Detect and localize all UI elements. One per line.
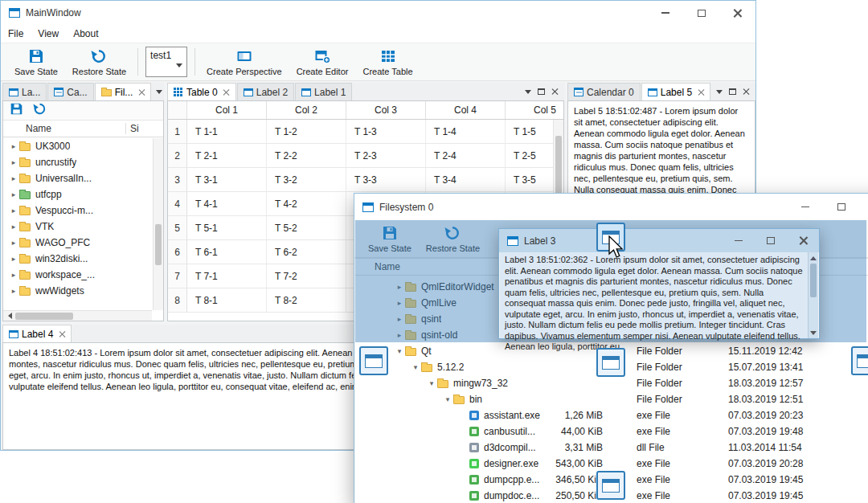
tree-item[interactable]: utfcpp [3,186,152,202]
table-cell[interactable]: T 3-1 [187,168,267,191]
tree-item[interactable]: UniversalIn... [3,170,152,186]
tree-item[interactable]: WAGO_PFC [3,235,152,251]
column-header[interactable]: Col 3 [346,101,426,119]
table-cell[interactable]: T 8-2 [267,288,346,312]
close-dock-button[interactable] [739,83,753,100]
table-cell[interactable]: T 3-3 [346,168,426,191]
expander-icon[interactable] [410,360,421,374]
tabs-menu-button[interactable] [152,83,166,100]
maximize-button[interactable] [755,229,787,252]
minimize-button[interactable] [723,229,755,252]
expander-icon[interactable] [8,203,19,218]
table-cell[interactable]: T 1-3 [346,120,426,143]
tab-la[interactable]: La... [2,83,47,100]
minimize-button[interactable] [647,1,683,25]
fs-row[interactable]: assistant.exe1,26 MiBexe File07.03.2019 … [355,407,868,423]
fs-row[interactable]: binFile Folder18.03.2019 12:51 [355,391,868,407]
float-dock-button[interactable] [726,83,739,100]
expander-icon[interactable] [8,155,19,170]
table-cell[interactable]: T 1-1 [187,120,267,143]
tree-item[interactable]: Vespucci-m... [3,202,152,219]
vertical-scrollbar[interactable] [808,252,818,338]
minimize-button[interactable] [787,194,823,220]
fs-row[interactable]: d3dcompil...3,31 MiBdll File11.03.2014 1… [355,440,868,456]
table-cell[interactable]: T 2-2 [267,144,346,167]
menu-about[interactable]: About [66,25,105,43]
fs-row[interactable]: designer.exe543,00 KiBexe File07.03.2019… [355,456,868,472]
table-cell[interactable]: T 4-1 [187,192,267,215]
table-cell[interactable]: T 2-3 [346,144,426,167]
table-cell[interactable]: T 3-4 [426,168,506,191]
close-dock-button[interactable] [548,83,562,100]
row-number[interactable]: 6 [168,240,187,264]
expander-icon[interactable] [8,268,19,282]
tabs-menu-button[interactable] [712,83,726,100]
column-header[interactable]: Col 1 [187,101,267,119]
save-state-button[interactable]: Save State [7,47,65,78]
save-state-icon-button[interactable] [10,102,23,119]
tree-item[interactable]: wwWidgets [3,283,152,299]
tab-calendar-0[interactable]: Calendar 0 [567,83,641,100]
scrollbar-thumb[interactable] [15,313,73,320]
tab-close-icon[interactable] [138,89,145,96]
scroll-left-icon[interactable] [5,313,12,319]
maximize-button[interactable] [823,194,859,220]
scroll-up-button[interactable] [809,252,818,263]
tab-label-2[interactable]: Label 2 [237,83,294,100]
size-column-header[interactable]: Si [125,123,163,134]
vertical-scrollbar[interactable] [153,138,163,310]
tree-item[interactable]: UK3000 [3,138,152,154]
expander-icon[interactable] [8,187,19,202]
drop-indicator-bottom[interactable] [596,471,625,500]
scrollbar-thumb[interactable] [155,224,162,265]
table-cell[interactable]: T 5-2 [267,216,346,239]
table-cell[interactable]: T 1-4 [426,120,506,143]
tab-close-icon[interactable] [59,331,65,337]
tab-label-1[interactable]: Label 1 [295,83,352,100]
tree-item[interactable]: win32diski... [3,251,152,267]
tab-ca[interactable]: Ca... [47,83,93,100]
column-header[interactable]: Col 5 [506,101,564,119]
label3-window[interactable]: Label 3 Label 3 18:51:02:362 - Lorem ips… [498,228,820,339]
row-number[interactable]: 7 [168,264,187,288]
create-table-button[interactable]: Create Table [355,47,420,78]
table-cell[interactable]: T 7-1 [187,264,267,288]
tab-fil[interactable]: Fil... [95,83,152,100]
close-button[interactable] [719,1,755,25]
table-cell[interactable]: T 3-2 [267,168,346,191]
expander-icon[interactable] [8,171,19,186]
row-number[interactable]: 4 [168,192,187,215]
create-perspective-button[interactable]: Create Perspective [199,47,289,78]
expander-icon[interactable] [8,219,19,234]
tree-item[interactable]: uncrustify [3,154,152,170]
expander-icon[interactable] [8,251,19,266]
main-titlebar[interactable]: MainWindow [1,1,755,25]
table-cell[interactable]: T 1-2 [267,120,346,143]
table-cell[interactable]: T 5-1 [187,216,267,239]
menu-file[interactable]: File [1,25,31,43]
table-cell[interactable]: T 2-4 [426,144,506,167]
tree-item[interactable]: workspace_... [3,267,152,283]
close-button[interactable] [787,229,819,252]
column-header[interactable]: Col 4 [426,101,506,119]
tab-label-5[interactable]: Label 5 [641,83,710,100]
close-button[interactable] [859,194,868,220]
filesystem-titlebar[interactable]: Filesystem 0 [354,194,868,220]
column-header[interactable]: Col 2 [267,101,346,119]
drop-indicator-center[interactable] [596,348,625,377]
fs-row[interactable]: mingw73_32File Folder18.03.2019 12:57 [355,375,868,391]
expander-icon[interactable] [8,235,19,250]
tab-close-icon[interactable] [698,89,704,96]
table-cell[interactable]: T 6-1 [187,240,267,264]
drop-indicator-right[interactable] [851,346,868,375]
tree-item[interactable]: VTK [3,219,152,235]
scrollbar-thumb[interactable] [810,264,817,297]
tab-close-icon[interactable] [223,89,230,96]
horizontal-scrollbar[interactable] [3,310,152,321]
tab-label-4[interactable]: Label 4 [2,325,72,342]
maximize-button[interactable] [683,1,719,25]
row-number[interactable]: 1 [168,120,187,143]
table-cell[interactable]: T 8-1 [187,288,267,312]
perspective-combo[interactable]: test1 [145,47,187,77]
expander-icon[interactable] [8,139,19,153]
